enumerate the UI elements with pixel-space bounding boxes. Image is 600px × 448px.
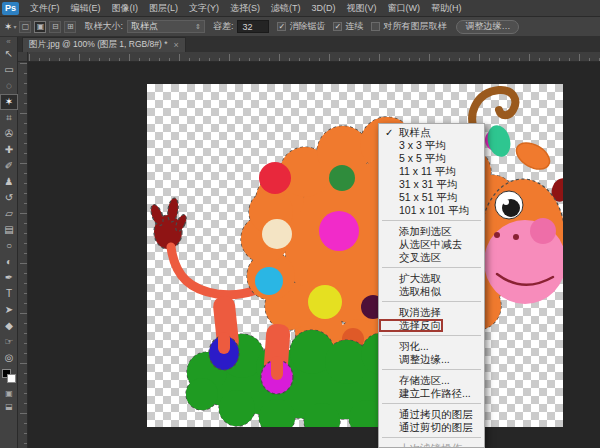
context-menu-item-label: 11 x 11 平均 xyxy=(399,165,456,177)
menubar-item-2[interactable]: 图像(I) xyxy=(112,2,139,15)
screen-mode-icon[interactable]: ⬓ xyxy=(0,400,18,413)
magic-wand-icon[interactable]: ✶ xyxy=(4,21,12,32)
context-menu-item-7[interactable]: 添加到选区 xyxy=(379,225,484,238)
new-selection-button[interactable]: ▢ xyxy=(19,21,31,33)
menubar-item-6[interactable]: 滤镜(T) xyxy=(271,2,301,15)
tolerance-input[interactable]: 32 xyxy=(237,20,269,33)
quick-mask-icon[interactable]: ▣ xyxy=(0,387,18,400)
context-menu-item-9[interactable]: 交叉选区 xyxy=(379,251,484,264)
select-caret-icon: ⇕ xyxy=(195,23,201,31)
menubar-item-5[interactable]: 选择(S) xyxy=(230,2,260,15)
zoom-tool[interactable]: ◎ xyxy=(0,350,18,366)
gradient-tool[interactable]: ▤ xyxy=(0,222,18,238)
menubar-item-9[interactable]: 窗口(W) xyxy=(388,2,421,15)
context-menu: ✓取样点3 x 3 平均5 x 5 平均11 x 11 平均31 x 31 平均… xyxy=(378,123,485,448)
context-menu-item-6[interactable]: 101 x 101 平均 xyxy=(379,204,484,217)
refine-edge-button[interactable]: 调整边缘… xyxy=(456,20,519,34)
crop-tool[interactable]: ⌗ xyxy=(0,110,18,126)
context-menu-item-20: 上次滤镜操作 xyxy=(379,442,484,448)
sample-size-label: 取样大小: xyxy=(84,20,123,33)
context-menu-item-label: 选取相似 xyxy=(399,285,441,297)
context-menu-item-1[interactable]: 3 x 3 平均 xyxy=(379,139,484,152)
horizontal-ruler xyxy=(28,52,600,62)
menubar-item-0[interactable]: 文件(F) xyxy=(30,2,60,15)
menu-separator xyxy=(382,220,481,221)
ps-logo-icon[interactable]: Ps xyxy=(2,2,19,15)
anti-alias-label: 消除锯齿 xyxy=(289,20,325,33)
menu-separator xyxy=(382,403,481,404)
context-menu-item-13[interactable]: 选择反向 xyxy=(379,319,443,332)
context-menu-item-0[interactable]: ✓取样点 xyxy=(379,126,484,139)
shape-tool[interactable]: ◆ xyxy=(0,318,18,334)
context-menu-item-16[interactable]: 存储选区... xyxy=(379,374,484,387)
blur-tool[interactable]: ○ xyxy=(0,238,18,254)
add-to-selection-button[interactable]: ▣ xyxy=(34,21,46,33)
context-menu-item-label: 3 x 3 平均 xyxy=(399,139,446,151)
context-menu-item-label: 扩大选取 xyxy=(399,272,441,284)
context-menu-item-label: 取消选择 xyxy=(399,306,441,318)
contiguous-checkbox[interactable]: ✓ xyxy=(333,22,342,31)
context-menu-item-12[interactable]: 取消选择 xyxy=(379,306,484,319)
menu-separator xyxy=(382,335,481,336)
toolbar-collapse-icon[interactable]: « xyxy=(0,37,17,46)
checkmark-icon: ✓ xyxy=(385,126,393,139)
tab-bar: 图片.jpg @ 100% (图层 1, RGB/8#) * × xyxy=(18,37,600,52)
menubar-item-8[interactable]: 视图(V) xyxy=(347,2,377,15)
sample-all-layers-label: 对所有图层取样 xyxy=(383,20,446,33)
context-menu-item-3[interactable]: 11 x 11 平均 xyxy=(379,165,484,178)
eyedropper-tool[interactable]: ✇ xyxy=(0,126,18,142)
document-canvas[interactable] xyxy=(147,84,563,427)
pasteboard xyxy=(28,62,600,448)
context-menu-item-5[interactable]: 51 x 51 平均 xyxy=(379,191,484,204)
context-menu-item-19[interactable]: 通过剪切的图层 xyxy=(379,421,484,434)
intersect-selection-button[interactable]: ⊞ xyxy=(64,21,76,33)
context-menu-item-label: 取样点 xyxy=(399,126,431,138)
marquee-tool[interactable]: ▭ xyxy=(0,62,18,78)
menubar-item-3[interactable]: 图层(L) xyxy=(149,2,178,15)
menubar-item-4[interactable]: 文字(Y) xyxy=(189,2,219,15)
menu-bar: Ps 文件(F)编辑(E)图像(I)图层(L)文字(Y)选择(S)滤镜(T)3D… xyxy=(0,0,600,17)
context-menu-item-4[interactable]: 31 x 31 平均 xyxy=(379,178,484,191)
context-menu-item-label: 调整边缘... xyxy=(399,353,450,365)
context-menu-item-15[interactable]: 调整边缘... xyxy=(379,353,484,366)
sample-size-value: 取样点 xyxy=(131,20,158,33)
type-tool[interactable]: T xyxy=(0,286,18,302)
path-selection-tool[interactable]: ➤ xyxy=(0,302,18,318)
menubar-item-1[interactable]: 编辑(E) xyxy=(71,2,101,15)
background-color-swatch[interactable] xyxy=(7,374,16,383)
context-menu-item-label: 从选区中减去 xyxy=(399,238,462,250)
clone-stamp-tool[interactable]: ♟ xyxy=(0,174,18,190)
context-menu-item-10[interactable]: 扩大选取 xyxy=(379,272,484,285)
document-tab[interactable]: 图片.jpg @ 100% (图层 1, RGB/8#) * × xyxy=(22,37,186,52)
context-menu-item-8[interactable]: 从选区中减去 xyxy=(379,238,484,251)
context-menu-item-18[interactable]: 通过拷贝的图层 xyxy=(379,408,484,421)
history-brush-tool[interactable]: ↺ xyxy=(0,190,18,206)
anti-alias-checkbox[interactable]: ✓ xyxy=(277,22,286,31)
context-menu-item-17[interactable]: 建立工作路径... xyxy=(379,387,484,400)
context-menu-item-2[interactable]: 5 x 5 平均 xyxy=(379,152,484,165)
context-menu-item-14[interactable]: 羽化... xyxy=(379,340,484,353)
ear-teal xyxy=(484,123,514,160)
dodge-tool[interactable]: ◐ xyxy=(0,254,18,270)
context-menu-item-11[interactable]: 选取相似 xyxy=(379,285,484,298)
lasso-tool[interactable]: ◌ xyxy=(0,78,18,94)
context-menu-item-label: 通过剪切的图层 xyxy=(399,421,473,433)
magic-wand-tool[interactable]: ✶ xyxy=(0,94,18,110)
subtract-from-selection-button[interactable]: ⊟ xyxy=(49,21,61,33)
color-swatches xyxy=(0,369,18,387)
vertical-ruler xyxy=(18,62,28,448)
healing-brush-tool[interactable]: ✚ xyxy=(0,142,18,158)
eraser-tool[interactable]: ▱ xyxy=(0,206,18,222)
move-tool[interactable]: ↖ xyxy=(0,46,18,62)
menubar-item-10[interactable]: 帮助(H) xyxy=(431,2,462,15)
brush-tool[interactable]: ✐ xyxy=(0,158,18,174)
tail-tuft xyxy=(149,197,189,249)
menu-separator xyxy=(382,369,481,370)
tab-close-icon[interactable]: × xyxy=(174,40,179,50)
context-menu-item-label: 31 x 31 平均 xyxy=(399,178,457,190)
hand-tool[interactable]: ☞ xyxy=(0,334,18,350)
sample-size-select[interactable]: 取样点 ⇕ xyxy=(127,20,205,33)
menubar-item-7[interactable]: 3D(D) xyxy=(312,3,336,13)
pen-tool[interactable]: ✒ xyxy=(0,270,18,286)
sample-all-layers-checkbox[interactable] xyxy=(371,22,380,31)
